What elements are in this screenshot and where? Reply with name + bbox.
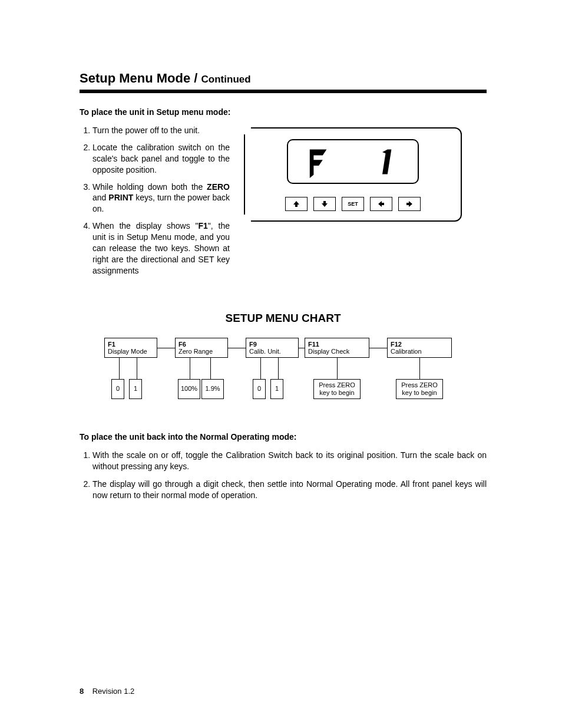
chart-connector	[337, 358, 338, 379]
chart-f12-opt0: Press ZERO key to begin	[396, 379, 443, 399]
section1-step-3: While holding down both the ZERO and PRI…	[92, 182, 230, 215]
chart-f1-code: F1	[108, 341, 115, 348]
set-key-label: SET	[348, 201, 358, 207]
chart-connector	[157, 348, 175, 348]
arrow-left-icon	[377, 200, 385, 208]
set-key: SET	[342, 197, 364, 211]
chart-f9-code: F9	[249, 341, 257, 348]
page: Setup Menu Mode / Continued To place the…	[0, 0, 562, 728]
chart-f11-label: Display Check	[308, 348, 349, 355]
chart-f11-opt0: Press ZERO key to begin	[313, 379, 361, 399]
section1-steps-col: Turn the power off to the unit. Locate t…	[80, 125, 230, 282]
setup-menu-chart: F1 Display Mode 0 1 F6 Zero Range 100% 1…	[87, 338, 480, 409]
chart-f1-label: Display Mode	[108, 348, 147, 355]
key-row: SET	[285, 197, 421, 211]
device-panel: SET	[244, 127, 462, 222]
chart-connector	[228, 348, 246, 348]
page-footer: 8 Revision 1.2	[80, 687, 134, 696]
section2-step-2: The display will go through a digit chec…	[92, 479, 487, 501]
chart-f9-opt0: 0	[253, 379, 266, 399]
chart-connector	[119, 358, 120, 379]
chart-f6-opt1: 1.9%	[201, 379, 224, 399]
chart-f6-label: Zero Range	[178, 348, 213, 355]
digit-1	[369, 146, 402, 178]
section1-step-2: Locate the calibration switch on the sca…	[92, 142, 230, 176]
chart-f12-label: Calibration	[391, 348, 422, 355]
revision-label: Revision 1.2	[92, 687, 135, 696]
chart-f12-code: F12	[391, 341, 402, 348]
section2-heading: To place the unit back into the Normal O…	[80, 432, 487, 442]
chart-f9-opt1: 1	[270, 379, 283, 399]
chart-f9-label: Calib. Unit.	[249, 348, 281, 355]
chart-connector	[137, 358, 137, 379]
page-number: 8	[80, 687, 84, 696]
chart-connector	[419, 358, 420, 379]
section2-steps-list: With the scale on or off, toggle the Cal…	[80, 450, 487, 502]
digit-f	[305, 146, 337, 178]
chart-connector	[299, 348, 305, 348]
chart-item-f9: F9 Calib. Unit.	[246, 338, 299, 358]
chart-f6-code: F6	[178, 341, 186, 348]
section2-step-1: With the scale on or off, toggle the Cal…	[92, 450, 487, 472]
section1-figure-col: SET	[244, 125, 487, 282]
chart-connector	[369, 348, 387, 348]
chart-title: SETUP MENU CHART	[80, 312, 487, 325]
chart-connector	[190, 358, 190, 379]
title-main: Setup Menu Mode	[80, 71, 190, 85]
chart-f11-code: F11	[308, 341, 319, 348]
right-key	[398, 197, 421, 211]
page-title: Setup Menu Mode / Continued	[80, 71, 487, 86]
down-key	[313, 197, 336, 211]
chart-f6-opt0: 100%	[178, 379, 200, 399]
section1-heading: To place the unit in Setup menu mode:	[80, 107, 487, 117]
chart-item-f1: F1 Display Mode	[104, 338, 157, 358]
section1-steps-list: Turn the power off to the unit. Locate t…	[80, 125, 230, 276]
chart-connector	[260, 358, 261, 379]
chart-f1-opt0: 0	[111, 379, 124, 399]
section1-step-4: When the display shows "F1", the unit is…	[92, 220, 230, 276]
chart-connector	[210, 358, 211, 379]
chart-item-f11: F11 Display Check	[305, 338, 369, 358]
arrow-down-icon	[320, 200, 329, 208]
chart-f1-opt1: 1	[129, 379, 142, 399]
chart-item-f12: F12 Calibration	[387, 338, 452, 358]
chart-connector	[278, 358, 279, 379]
left-key	[370, 197, 392, 211]
title-continued: Continued	[201, 74, 251, 85]
section1-two-col: Turn the power off to the unit. Locate t…	[80, 125, 487, 282]
chart-item-f6: F6 Zero Range	[175, 338, 228, 358]
title-rule	[80, 90, 487, 93]
arrow-right-icon	[405, 200, 414, 208]
title-sep: /	[190, 71, 201, 85]
up-key	[285, 197, 308, 211]
lcd-display	[287, 139, 419, 184]
arrow-up-icon	[292, 200, 300, 208]
section1-step-1: Turn the power off to the unit.	[92, 125, 230, 136]
